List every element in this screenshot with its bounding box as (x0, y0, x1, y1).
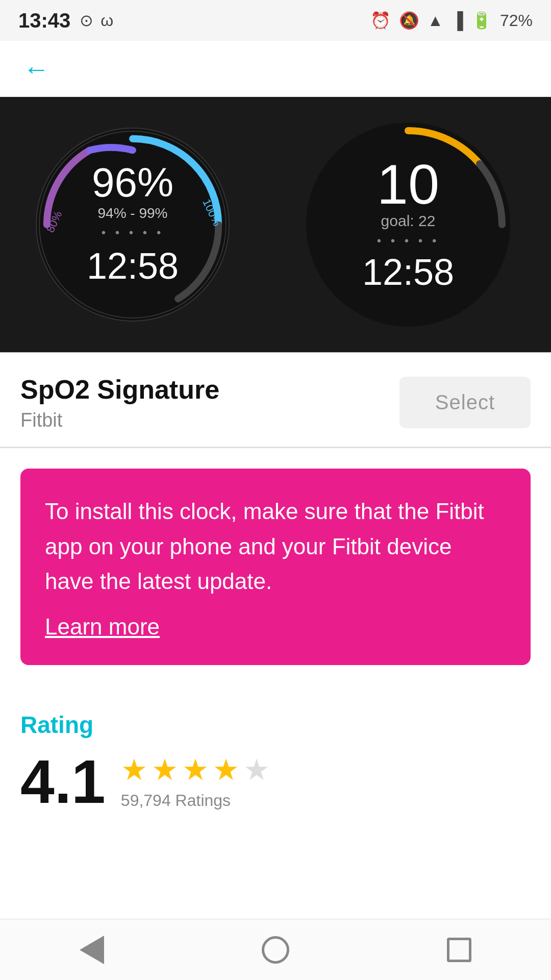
rating-label: Rating (20, 711, 531, 739)
camera-icon: ⊙ (80, 11, 93, 30)
app-title-block: SpO2 Signature Fitbit (20, 374, 219, 431)
w-icon: ω (101, 11, 113, 30)
spo2-value: 96% (87, 162, 179, 203)
signal-icon: ▐ (452, 11, 463, 30)
watch-face-1-content: 96% 94% - 99% • • • • • 12:58 (87, 162, 179, 287)
star-5: ★ (243, 752, 270, 787)
nav-back-button[interactable] (66, 924, 117, 975)
watch-preview-card-1[interactable]: 80% 100% 96% 94% - 99% • • • • • 12:58 (0, 97, 265, 352)
watch-preview-card-2[interactable]: 10 goal: 22 • • • • • 12:58 (265, 97, 551, 352)
rating-section: Rating 4.1 ★ ★ ★ ★ ★ 59,794 Ratings (0, 685, 551, 832)
bottom-nav (0, 919, 551, 980)
recents-square-icon (447, 938, 471, 962)
watch-face-1: 80% 100% 96% 94% - 99% • • • • • 12:58 (36, 128, 230, 322)
watch-face-2-content: 10 goal: 22 • • • • • 12:58 (362, 156, 454, 293)
back-arrow-icon: ← (23, 56, 49, 82)
app-info-row: SpO2 Signature Fitbit Select (20, 374, 531, 431)
ratings-count: 59,794 Ratings (121, 791, 270, 810)
watch-preview-section: 80% 100% 96% 94% - 99% • • • • • 12:58 (0, 97, 551, 352)
star-2: ★ (152, 752, 178, 787)
status-right: ⏰ 🔕 ▲ ▐ 🔋 72% (370, 11, 533, 30)
app-developer: Fitbit (20, 409, 219, 431)
watch-time-2: 12:58 (362, 251, 454, 293)
learn-more-link[interactable]: Learn more (45, 614, 160, 640)
status-left: 13:43 ⊙ ω (18, 9, 113, 32)
mute-icon: 🔕 (399, 11, 419, 30)
back-button[interactable]: ← (18, 51, 54, 87)
home-circle-icon (262, 936, 289, 964)
battery-icon: 🔋 (471, 11, 492, 30)
watch-face-2: 10 goal: 22 • • • • • 12:58 (306, 122, 510, 327)
steps-goal: goal: 22 (362, 212, 454, 230)
battery-level: 72% (500, 11, 533, 30)
pink-banner-section: To install this clock, make sure that th… (0, 448, 551, 685)
star-3: ★ (182, 752, 209, 787)
spo2-range: 94% - 99% (87, 205, 179, 222)
steps-value: 10 (362, 156, 454, 212)
wifi-icon: ▲ (428, 11, 444, 30)
rating-score: 4.1 (20, 751, 106, 812)
nav-recents-button[interactable] (434, 924, 485, 975)
status-icons-left: ⊙ ω (80, 11, 113, 30)
alarm-icon: ⏰ (370, 11, 391, 30)
status-bar: 13:43 ⊙ ω ⏰ 🔕 ▲ ▐ 🔋 72% (0, 0, 551, 41)
steps-dots: • • • • • (362, 234, 454, 248)
watch-time-1: 12:58 (87, 245, 179, 287)
star-4: ★ (213, 752, 239, 787)
rating-row: 4.1 ★ ★ ★ ★ ★ 59,794 Ratings (20, 751, 531, 812)
nav-home-button[interactable] (250, 924, 301, 975)
rating-stars-block: ★ ★ ★ ★ ★ 59,794 Ratings (121, 752, 270, 810)
select-button[interactable]: Select (399, 377, 531, 428)
spo2-dots: • • • • • (87, 226, 179, 240)
top-nav: ← (0, 41, 551, 97)
star-1: ★ (121, 752, 147, 787)
back-triangle-icon (80, 936, 104, 964)
pink-banner-inner: To install this clock, make sure that th… (20, 469, 531, 665)
app-info-section: SpO2 Signature Fitbit Select (0, 353, 551, 447)
banner-message: To install this clock, make sure that th… (45, 494, 506, 599)
stars-row: ★ ★ ★ ★ ★ (121, 752, 270, 787)
app-title: SpO2 Signature (20, 374, 219, 405)
status-time: 13:43 (18, 9, 70, 32)
